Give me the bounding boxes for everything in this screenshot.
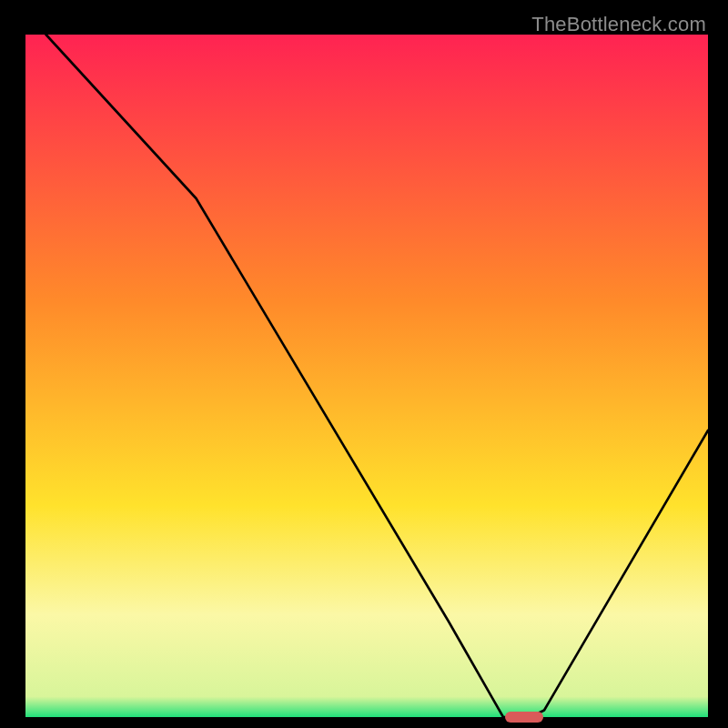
- watermark-label: TheBottleneck.com: [531, 13, 706, 36]
- bottleneck-curve: [46, 35, 709, 717]
- optimal-marker: [505, 712, 543, 723]
- plot-area: [25, 35, 708, 717]
- curve-layer: [25, 35, 708, 717]
- chart-frame: TheBottleneck.com: [7, 7, 721, 721]
